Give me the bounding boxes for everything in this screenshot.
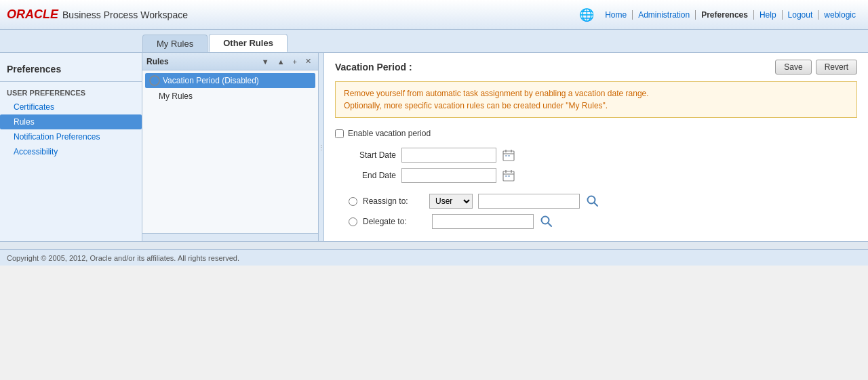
svg-rect-7 (508, 155, 510, 156)
enable-vacation-label: Enable vacation period (348, 129, 431, 138)
logo-area: ORACLE Business Process Workspace (7, 7, 188, 22)
add-rule-icon[interactable]: + (290, 56, 300, 67)
enable-checkbox-row: Enable vacation period (335, 129, 857, 138)
nav-logout[interactable]: Logout (783, 10, 819, 20)
start-date-input[interactable] (401, 148, 496, 163)
panel-resize-handle[interactable]: ⋮ (319, 53, 324, 241)
form-area: Vacation Period : Save Revert Remove you… (324, 53, 868, 241)
rule-my-rules-label: My Rules (159, 91, 193, 101)
rules-panel-resize-handle[interactable] (142, 233, 318, 241)
delegate-row: Delegate to: (349, 214, 857, 229)
enable-vacation-checkbox[interactable] (335, 129, 344, 138)
reassign-row: Reassign to: User Group Role (349, 194, 857, 209)
content-area: Preferences User Preferences Certificate… (0, 53, 868, 241)
delegate-radio[interactable] (349, 217, 357, 226)
svg-rect-13 (508, 175, 510, 177)
vacation-icon (149, 75, 160, 86)
footer: Copyright © 2005, 2012, Oracle and/or it… (0, 249, 868, 266)
reassign-type-select[interactable]: User Group Role (429, 194, 473, 209)
svg-rect-6 (505, 155, 507, 156)
collapse-icon[interactable]: ▼ (259, 56, 272, 67)
sidebar-item-certificates[interactable]: Certificates (0, 100, 142, 114)
nav-help[interactable]: Help (754, 10, 783, 20)
end-date-row: End Date (349, 168, 857, 183)
sidebar-item-notification-preferences[interactable]: Notification Preferences (0, 129, 142, 144)
end-date-label: End Date (349, 171, 396, 180)
start-date-row: Start Date (349, 148, 857, 163)
oracle-wordmark: ORACLE (7, 7, 58, 22)
nav-home[interactable]: Home (599, 10, 633, 20)
sidebar: Preferences User Preferences Certificate… (0, 53, 142, 241)
rules-list: Vacation Period (Disabled) My Rules (142, 70, 318, 106)
bottom-scrollbar[interactable] (0, 241, 868, 249)
end-date-input[interactable] (401, 168, 496, 183)
reassign-label: Reassign to: (363, 196, 424, 206)
svg-line-17 (548, 223, 551, 226)
info-line-1: Remove yourself from automatic task assi… (344, 87, 848, 100)
nav-user[interactable]: weblogic (818, 10, 861, 20)
revert-button[interactable]: Revert (816, 60, 857, 75)
enable-section: Enable vacation period Start Date (335, 129, 857, 183)
rule-item-vacation[interactable]: Vacation Period (Disabled) (145, 73, 315, 88)
sidebar-item-accessibility[interactable]: Accessibility (0, 144, 142, 159)
tabs-area: My Rules Other Rules (0, 30, 868, 53)
rule-vacation-label: Vacation Period (Disabled) (163, 76, 259, 85)
start-date-label: Start Date (349, 150, 396, 160)
nav-administration[interactable]: Administration (633, 10, 696, 20)
info-line-2: Optionally, more specific vacation rules… (344, 100, 848, 112)
sort-icon[interactable]: ▲ (275, 56, 288, 67)
assign-section: Reassign to: User Group Role Delegate to… (349, 194, 857, 229)
tab-other-rules[interactable]: Other Rules (209, 34, 288, 52)
sidebar-section-title: User Preferences (0, 86, 142, 100)
form-title: Vacation Period : (335, 62, 412, 72)
form-actions: Save Revert (775, 60, 857, 75)
sidebar-title: Preferences (0, 60, 142, 82)
reassign-search-icon[interactable] (585, 194, 600, 209)
remove-rule-icon[interactable]: ✕ (302, 56, 314, 67)
nav-preferences[interactable]: Preferences (696, 10, 754, 20)
form-header: Vacation Period : Save Revert (335, 60, 857, 75)
rules-panel-header: Rules ▼ ▲ + ✕ (142, 53, 318, 70)
delegate-search-icon[interactable] (539, 214, 554, 229)
rule-item-my-rules[interactable]: My Rules (145, 89, 315, 103)
app-title: Business Process Workspace (62, 9, 188, 20)
start-date-calendar-icon[interactable] (502, 148, 515, 162)
sidebar-item-rules[interactable]: Rules (0, 114, 142, 129)
info-box: Remove yourself from automatic task assi… (335, 81, 857, 118)
globe-icon: 🌐 (579, 7, 594, 22)
end-date-calendar-icon[interactable] (502, 169, 515, 182)
reassign-user-input[interactable] (478, 194, 580, 209)
save-button[interactable]: Save (775, 60, 811, 75)
svg-point-1 (153, 79, 157, 83)
delegate-user-input[interactable] (432, 214, 534, 229)
copyright-text: Copyright © 2005, 2012, Oracle and/or it… (7, 254, 239, 262)
svg-line-15 (594, 203, 597, 206)
rules-panel-title: Rules (146, 57, 256, 66)
oracle-logo: ORACLE (7, 7, 58, 22)
rules-panel: Rules ▼ ▲ + ✕ Vacation Period (Disabled)… (142, 53, 319, 241)
delegate-label: Delegate to: (363, 217, 424, 226)
tab-my-rules[interactable]: My Rules (142, 35, 208, 52)
svg-rect-12 (505, 175, 507, 177)
nav-links: 🌐 Home Administration Preferences Help L… (579, 7, 861, 22)
reassign-radio[interactable] (349, 197, 357, 206)
header: ORACLE Business Process Workspace 🌐 Home… (0, 0, 868, 30)
